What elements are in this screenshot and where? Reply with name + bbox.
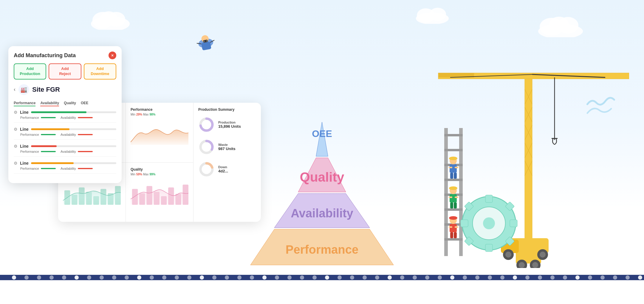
conveyor-dot	[575, 275, 580, 280]
conveyor-dot	[475, 275, 479, 280]
conveyor-dot	[237, 275, 242, 280]
sub-metrics-3: Performance Availability	[20, 150, 116, 153]
production-info: Production 15,896 Units	[218, 121, 256, 129]
performance-chart-title: Performance	[131, 107, 188, 112]
quality-chart-svg	[131, 178, 188, 208]
sub-metric-label-perf-1: Performance	[20, 116, 39, 119]
production-summary-title: Production Summary	[198, 107, 256, 112]
line-bar-3	[31, 145, 116, 147]
svg-point-3	[100, 11, 117, 24]
quality-chart-cell: Quality Min 59% Max 99%	[126, 163, 193, 222]
svg-rect-76	[444, 149, 463, 151]
conveyor-dot	[438, 275, 442, 280]
site-name: Site FGR	[32, 86, 60, 93]
conveyor-dot	[638, 275, 642, 280]
conveyor-dot	[588, 275, 592, 280]
add-downtime-tab[interactable]: Add Downtime	[84, 63, 116, 79]
svg-point-54	[519, 262, 525, 268]
sub-metric-label-avail-4: Availability	[61, 167, 76, 170]
line-label-4: Line	[20, 161, 29, 166]
conveyor-dot	[87, 275, 91, 280]
crane-decoration	[420, 15, 629, 269]
sub-metric-avail-2: Availability	[61, 133, 93, 136]
card-header: Add Manufacturing Data ×	[14, 52, 116, 59]
add-reject-tab[interactable]: Add Reject	[49, 63, 81, 79]
performance-pyramid-label: Performance	[286, 243, 359, 256]
conveyor-dot	[12, 275, 16, 280]
sub-bar-avail-2	[78, 134, 93, 135]
sub-metrics-1: Performance Availability	[20, 116, 116, 119]
line-item-4: ⚙ Line Performance Availability	[14, 161, 116, 174]
line-bar-2	[31, 128, 116, 130]
svg-rect-75	[444, 134, 463, 136]
close-button[interactable]: ×	[109, 52, 116, 59]
conveyor-dot	[162, 275, 166, 280]
sub-metric-label-perf-3: Performance	[20, 150, 39, 153]
svg-rect-95	[454, 202, 457, 208]
add-production-tab[interactable]: Add Production	[14, 63, 46, 79]
waste-label: Waste	[218, 143, 256, 146]
downtime-label: Down	[218, 165, 256, 169]
conveyor-dot	[24, 275, 29, 280]
svg-rect-101	[450, 232, 453, 238]
site-header: ‹ 🏭 Site FGR	[14, 84, 116, 97]
sub-metric-perf-2: Performance	[20, 133, 56, 136]
perf-min-val: 29%	[136, 113, 142, 116]
svg-point-89	[449, 157, 457, 160]
performance-chart-svg	[131, 119, 188, 148]
metric-tab-performance[interactable]: Performance	[14, 101, 35, 106]
conveyor-dot	[563, 275, 567, 280]
sub-metric-perf-1: Performance	[20, 116, 56, 119]
pyramid-svg: OEE Quality Availability Performance	[244, 63, 400, 277]
metric-tabs: Performance Availability Quality OEE	[14, 101, 116, 106]
conveyor-dot	[187, 275, 191, 280]
perf-max-val: 98%	[149, 113, 155, 116]
conveyor-dot	[212, 275, 216, 280]
svg-rect-86	[455, 167, 458, 168]
qual-min-val: 59%	[136, 173, 142, 176]
cloud-left	[89, 9, 131, 31]
conveyor-dot	[550, 275, 555, 280]
line-item-2: ⚙ Line Performance Availability	[14, 127, 116, 140]
perf-max-label: Max	[143, 113, 150, 116]
conveyor-dot	[500, 275, 504, 280]
production-label: Production	[218, 121, 256, 124]
conveyor-dot	[600, 275, 605, 280]
conveyor-dot	[75, 275, 79, 280]
svg-point-103	[449, 216, 457, 220]
line-bar-fill-4	[31, 162, 74, 164]
sub-metric-avail-1: Availability	[61, 116, 93, 119]
conveyor-dot	[200, 275, 204, 280]
conveyor-dot	[37, 275, 41, 280]
svg-rect-73	[444, 128, 448, 256]
svg-rect-100	[455, 226, 458, 228]
line-icon-1: ⚙	[14, 110, 18, 115]
downtime-value: 4d2...	[218, 169, 256, 173]
conveyor-dot	[513, 275, 517, 280]
line-bar-4	[31, 162, 116, 164]
svg-rect-92	[449, 197, 452, 198]
line-item-3: ⚙ Line Performance Availability	[14, 144, 116, 157]
sub-metric-label-perf-2: Performance	[20, 133, 39, 136]
downtime-info: Down 4d2...	[218, 165, 256, 173]
svg-rect-98	[450, 224, 457, 232]
metric-tab-quality[interactable]: Quality	[64, 101, 76, 106]
qual-max-val: 99%	[149, 173, 155, 176]
svg-point-62	[540, 252, 546, 258]
back-arrow-icon[interactable]: ‹	[14, 86, 16, 93]
perf-min-label: Min	[131, 113, 136, 116]
production-item: Production 15,896 Units	[198, 116, 256, 133]
metric-tab-oee[interactable]: OEE	[81, 101, 88, 106]
svg-rect-109	[461, 220, 468, 227]
svg-rect-84	[450, 164, 457, 173]
conveyor-dot	[225, 275, 229, 280]
sub-bar-avail-1	[78, 117, 93, 118]
metric-tab-availability[interactable]: Availability	[40, 101, 59, 106]
quality-pyramid-label: Quality	[300, 170, 344, 184]
card-title: Add Manufacturing Data	[14, 52, 76, 59]
svg-rect-93	[455, 197, 458, 198]
conveyor-dot	[49, 275, 54, 280]
conveyor-dot	[112, 275, 116, 280]
conveyor-dot	[538, 275, 542, 280]
svg-rect-108	[485, 244, 493, 252]
